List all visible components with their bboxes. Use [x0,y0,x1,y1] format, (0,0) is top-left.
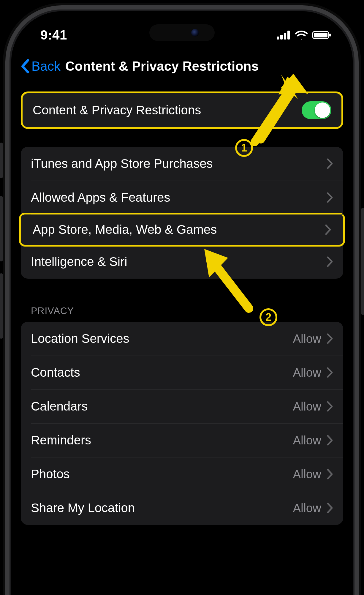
row-contacts[interactable]: Contacts Allow [21,356,343,389]
cellular-icon [277,31,290,40]
svg-rect-0 [277,37,279,40]
status-indicators [277,31,331,40]
navigation-bar: Back Content & Privacy Restrictions [11,53,353,83]
status-bar: 9:41 [11,17,353,53]
row-label: Intelligence & Siri [31,255,327,269]
restrictions-toggle[interactable] [302,101,331,119]
row-value: Allow [293,501,321,515]
chevron-right-icon [325,224,331,235]
chevron-right-icon [327,367,333,378]
phone-side-button [361,208,364,315]
phone-mute-switch [0,143,3,178]
status-time: 9:41 [40,28,67,42]
svg-rect-3 [287,31,290,40]
restrictions-toggle-group: Content & Privacy Restrictions [21,91,343,129]
row-label: App Store, Media, Web & Games [33,222,325,237]
chevron-right-icon [327,192,333,203]
back-button[interactable]: Back [20,59,61,74]
row-photos[interactable]: Photos Allow [21,457,343,491]
wifi-icon [295,31,308,40]
row-itunes-purchases[interactable]: iTunes and App Store Purchases [21,147,343,181]
row-label: Allowed Apps & Features [31,190,327,205]
chevron-right-icon [327,435,333,446]
svg-rect-5 [314,33,327,37]
row-intelligence-siri[interactable]: Intelligence & Siri [21,245,343,279]
row-calendars[interactable]: Calendars Allow [21,389,343,423]
chevron-left-icon [20,59,30,73]
battery-icon [312,31,331,40]
row-label: Reminders [31,433,293,447]
chevron-right-icon [327,468,333,480]
row-label: Contacts [31,365,293,380]
phone-volume-up [0,196,3,261]
row-reminders[interactable]: Reminders Allow [21,423,343,457]
phone-frame: 9:41 [5,5,359,595]
row-value: Allow [293,468,321,481]
row-value: Allow [293,332,321,345]
svg-rect-6 [329,34,331,37]
content-settings-group: iTunes and App Store Purchases Allowed A… [21,147,343,279]
row-label: Photos [31,467,293,481]
row-allowed-apps[interactable]: Allowed Apps & Features [21,181,343,214]
row-label: Location Services [31,332,293,346]
svg-rect-2 [284,33,286,40]
phone-volume-down [0,273,3,339]
toggle-knob-icon [315,102,330,118]
svg-rect-1 [280,35,283,40]
chevron-right-icon [327,401,333,412]
restrictions-toggle-label: Content & Privacy Restrictions [33,103,302,117]
restrictions-toggle-row[interactable]: Content & Privacy Restrictions [23,93,341,127]
row-app-store-media-web[interactable]: App Store, Media, Web & Games [19,213,345,247]
row-label: Share My Location [31,501,293,515]
row-value: Allow [293,400,321,413]
privacy-section-header: Privacy [21,305,343,322]
row-label: iTunes and App Store Purchases [31,157,327,171]
chevron-right-icon [327,158,333,169]
privacy-group: Location Services Allow Contacts Allow C… [21,322,343,525]
page-title: Content & Privacy Restrictions [65,59,259,74]
chevron-right-icon [327,256,333,267]
chevron-right-icon [327,502,333,514]
row-share-my-location[interactable]: Share My Location Allow [21,491,343,525]
row-location-services[interactable]: Location Services Allow [21,322,343,356]
row-label: Calendars [31,399,293,413]
row-value: Allow [293,434,321,447]
back-label: Back [31,59,61,74]
row-value: Allow [293,366,321,379]
chevron-right-icon [327,333,333,344]
